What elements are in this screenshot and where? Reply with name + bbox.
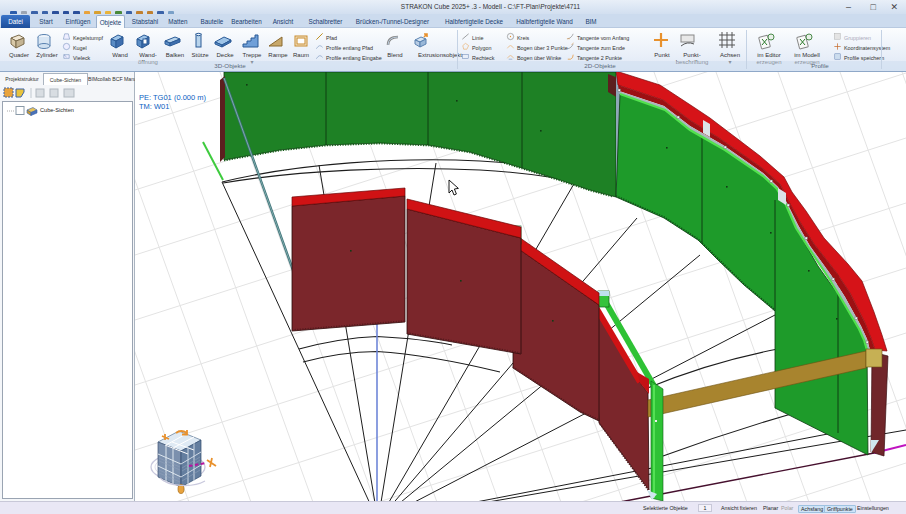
svg-text:TM: W01: TM: W01 bbox=[139, 102, 169, 111]
svg-text:PE: TG01 (0.000 m): PE: TG01 (0.000 m) bbox=[139, 93, 206, 102]
